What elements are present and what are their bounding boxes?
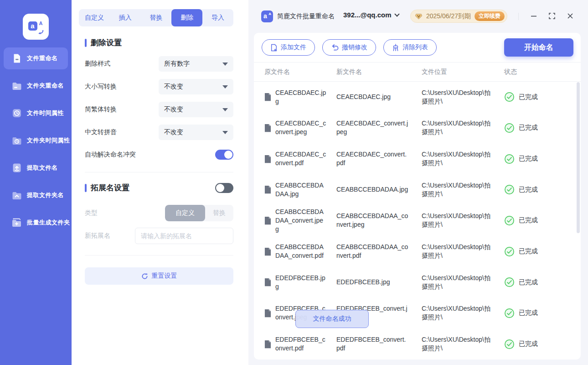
sidebar-item-label: 提取文件名 — [27, 164, 58, 172]
segment-option[interactable]: 自定义 — [165, 205, 205, 221]
file-location: C:\Users\XU\Desktop\拍摄照片\ — [422, 243, 496, 260]
caret-down-icon — [222, 108, 228, 111]
table-row[interactable]: CEAECBDAEC.jpgCEAECBDAEC.jpgC:\Users\XU\… — [254, 82, 581, 113]
close-button[interactable] — [567, 13, 573, 19]
field-select[interactable]: 不改变 — [159, 102, 233, 117]
extension-type-row: 类型 自定义替换 — [79, 205, 233, 221]
settings-field-row: 大小写转换不改变 — [79, 75, 233, 98]
renew-button[interactable]: 立即续费 — [475, 11, 505, 21]
minimize-button[interactable] — [531, 13, 537, 19]
table-row[interactable]: EDEDFBCEEB.jpgEDEDFBCEEB.jpgC:\Users\XU\… — [254, 267, 581, 298]
col-location: 文件位置 — [422, 68, 504, 76]
reset-settings-button[interactable]: 重置设置 — [85, 267, 233, 285]
check-circle-icon — [504, 339, 515, 349]
broom-icon — [392, 44, 399, 52]
scrollbar-thumb[interactable] — [577, 82, 580, 233]
new-filename: EDEDFBCEEB_convert.pdf — [336, 335, 408, 353]
cell-status: 已完成 — [504, 215, 574, 226]
status-text: 已完成 — [519, 247, 538, 256]
sidebar-item-label: 文件夹时间属性 — [27, 136, 70, 145]
field-select[interactable]: 不改变 — [159, 79, 233, 94]
sidebar-item-label: 批量生成文件夹 — [27, 219, 70, 227]
sidebar-menu: 文件重命名文件夹重命名文件时间属性文件夹时间属性提取文件名提取文件夹名批量生成文… — [0, 47, 72, 239]
original-filename: EDEDFBCEEB.jpg — [275, 274, 326, 291]
new-extension-input[interactable] — [135, 228, 233, 244]
status-text: 已完成 — [519, 278, 538, 287]
logo-a-glyph: a — [28, 21, 37, 31]
sidebar-item[interactable]: 文件重命名 — [4, 47, 68, 69]
new-filename: CEAECBDAEC_convert.pdf — [336, 150, 408, 167]
sidebar-item-label: 提取文件夹名 — [27, 191, 64, 199]
field-label: 删除样式 — [85, 60, 110, 68]
table-header: 原文件名 新文件名 文件位置 状态 — [254, 62, 581, 82]
field-label: 中文转拼音 — [85, 128, 117, 136]
sidebar-item[interactable]: 提取文件名 — [4, 157, 68, 179]
tab[interactable]: 插入 — [110, 9, 141, 26]
undo-icon — [331, 44, 339, 51]
folder-time-icon — [11, 135, 23, 146]
section-accent-bar — [85, 39, 87, 47]
status-text: 已完成 — [519, 186, 538, 194]
conflict-toggle[interactable] — [215, 150, 233, 160]
status-text: 已完成 — [519, 155, 538, 163]
tab[interactable]: 导入 — [202, 9, 233, 26]
extension-settings-title: 拓展名设置 — [91, 182, 129, 193]
file-location: C:\Users\XU\Desktop\拍摄照片\ — [422, 304, 496, 322]
start-rename-button[interactable]: 开始命名 — [504, 38, 573, 57]
file-icon — [264, 340, 271, 349]
tab[interactable]: 替换 — [141, 9, 172, 26]
tab[interactable]: 删除 — [171, 9, 202, 26]
sidebar-item[interactable]: 文件时间属性 — [4, 102, 68, 124]
table-row[interactable]: CEABBCCEBDADAA.jpgCEABBCCEBDADAA.jpgC:\U… — [254, 174, 581, 205]
settings-panel: 自定义插入替换删除导入 删除设置 删除样式所有数字大小写转换不改变简繁体转换不改… — [72, 0, 248, 365]
select-value: 不改变 — [164, 83, 183, 91]
extract-filename-icon — [11, 162, 23, 174]
original-filename: CEAECBDAEC_convert.jpeg — [275, 119, 326, 136]
extension-settings-toggle[interactable] — [215, 183, 233, 193]
maximize-button[interactable] — [549, 13, 555, 19]
tab[interactable]: 自定义 — [79, 9, 110, 26]
clear-list-button[interactable]: 清除列表 — [383, 39, 437, 56]
field-select[interactable]: 所有数字 — [159, 56, 233, 72]
status-text: 已完成 — [519, 216, 538, 224]
field-label: 简繁体转换 — [85, 105, 117, 114]
sidebar-item-label: 文件夹重命名 — [27, 82, 64, 90]
logo-arrow-icon — [37, 30, 44, 35]
table-row[interactable]: CEAECBDAEC_convert.pdfCEAECBDAEC_convert… — [254, 143, 581, 174]
undo-label: 撤销修改 — [342, 43, 367, 52]
file-time-icon — [11, 107, 23, 119]
sidebar-item[interactable]: 批量生成文件夹 — [4, 212, 68, 234]
new-filename: CEABBCCEBDADAA.jpg — [336, 185, 408, 194]
undo-button[interactable]: 撤销修改 — [322, 39, 376, 56]
add-files-button[interactable]: 添加文件 — [262, 39, 315, 56]
file-location: C:\Users\XU\Desktop\拍摄照片\ — [422, 212, 496, 229]
original-filename: CEABBCCEBDADAA_convert.jpeg — [275, 208, 326, 234]
account-dropdown[interactable]: 392...@qq.com — [343, 11, 399, 19]
delete-settings-header: 删除设置 — [85, 37, 233, 48]
file-location: C:\Users\XU\Desktop\拍摄照片\ — [422, 274, 496, 291]
field-select[interactable]: 不改变 — [159, 125, 233, 140]
sidebar-item[interactable]: 文件夹时间属性 — [4, 130, 68, 151]
new-extension-row: 新拓展名 — [79, 228, 233, 244]
table-row[interactable]: EDEDFBCEEB_convert.pdfEDEDFBCEEB_convert… — [254, 328, 581, 360]
section-accent-bar — [85, 184, 87, 192]
toggle-knob — [224, 151, 232, 159]
cell-original: CEAECBDAEC_convert.jpeg — [264, 119, 336, 136]
titlebar: aA 简鹿文件批量重命名 392...@qq.com 2025/06/27到期 … — [248, 0, 588, 33]
table-row[interactable]: CEABBCCEBDADAA_convert.jpegCEABBCCEBDADA… — [254, 205, 581, 236]
chevron-down-icon — [394, 11, 399, 16]
extract-foldername-icon — [11, 189, 23, 201]
file-icon — [264, 247, 271, 256]
check-circle-icon — [504, 308, 515, 318]
divider — [85, 255, 233, 256]
sidebar-item[interactable]: 文件夹重命名 — [4, 75, 68, 97]
segment-option[interactable]: 替换 — [205, 205, 233, 221]
settings-field-row: 中文转拼音不改变 — [79, 121, 233, 144]
window-controls — [531, 13, 573, 19]
file-icon — [264, 216, 271, 225]
sidebar-item[interactable]: 提取文件夹名 — [4, 184, 68, 206]
divider — [85, 172, 233, 172]
table-row[interactable]: CEAECBDAEC_convert.jpegCEAECBDAEC_conver… — [254, 113, 581, 144]
sidebar-item-label: 文件重命名 — [27, 54, 58, 63]
table-row[interactable]: CEABBCCEBDADAA_convert.pdfCEABBCCEBDADAA… — [254, 236, 581, 267]
